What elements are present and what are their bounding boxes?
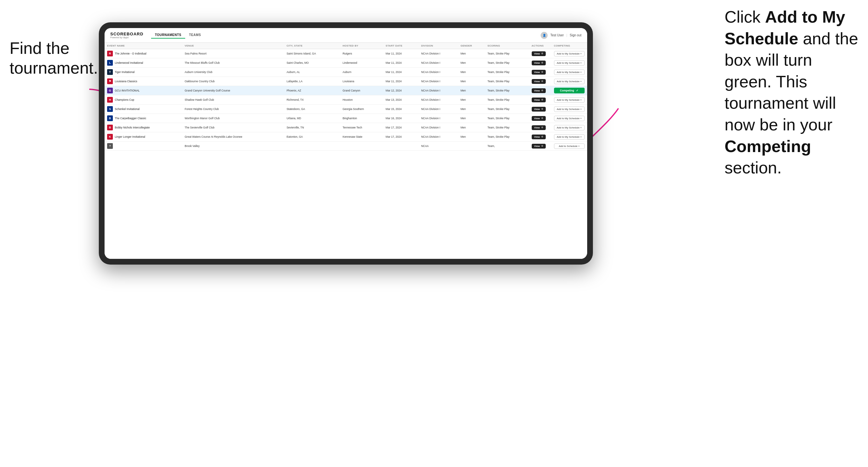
hosted-by-cell: Louisiana: [340, 77, 383, 86]
add-to-schedule-button[interactable]: Add to My Schedule +: [554, 106, 585, 112]
tournaments-table: EVENT NAME VENUE CITY, STATE HOSTED BY S…: [104, 43, 587, 151]
scoring-cell: Team, Stroke Play: [485, 132, 529, 142]
hosted-by-cell: Georgia Southern: [340, 104, 383, 114]
hosted-by-cell: Grand Canyon: [340, 86, 383, 95]
team-logo: ?: [107, 143, 113, 149]
competing-cell: Add to My Schedule +: [552, 123, 588, 132]
venue-cell: Great Waters Course At Reynolds Lake Oco…: [182, 132, 284, 142]
team-logo: L: [107, 60, 113, 66]
tab-tournaments[interactable]: TOURNAMENTS: [151, 32, 185, 38]
table-row: RThe Johnnie - O IndividualSea Palms Res…: [104, 49, 587, 58]
table-container: EVENT NAME VENUE CITY, STATE HOSTED BY S…: [104, 43, 587, 259]
city-state-cell: Auburn, AL: [284, 68, 340, 77]
event-name-cell: HChampions Cup: [104, 95, 182, 104]
city-state-cell: Statesboro, GA: [284, 104, 340, 114]
hosted-by-cell: [340, 142, 383, 151]
scoring-cell: Team, Stroke Play: [485, 68, 529, 77]
competing-cell: Add to My Schedule +: [552, 58, 588, 68]
view-button[interactable]: View ⊙: [532, 116, 546, 121]
col-gender: GENDER: [458, 43, 485, 49]
city-state-cell: Phoenix, AZ: [284, 86, 340, 95]
city-state-cell: Saint Simons Island, GA: [284, 49, 340, 58]
event-name-cell: GGCU INVITATIONAL: [104, 86, 182, 95]
annotation-right: Click Add to My Schedule and the box wil…: [724, 6, 862, 179]
venue-cell: The Sevierville Golf Club: [182, 123, 284, 132]
table-row: SSchenkel InvitationalForest Heights Cou…: [104, 104, 587, 114]
event-name-cell: SSchenkel Invitational: [104, 104, 182, 114]
view-button[interactable]: View ⊙: [532, 70, 546, 74]
event-name-text: Schenkel Invitational: [115, 107, 140, 111]
col-venue: VENUE: [182, 43, 284, 49]
col-hosted-by: HOSTED BY: [340, 43, 383, 49]
view-button[interactable]: View ⊙: [532, 107, 546, 112]
app-logo-sub: Powered by clippd: [110, 36, 144, 38]
hosted-by-cell: Kennesaw State: [340, 132, 383, 142]
add-to-schedule-button[interactable]: Add to My Schedule +: [554, 60, 585, 66]
division-cell: NCAA Division I: [418, 77, 458, 86]
view-button[interactable]: View ⊙: [532, 79, 546, 84]
add-to-schedule-button[interactable]: Add to My Schedule +: [554, 116, 585, 121]
add-to-schedule-button[interactable]: Add to Schedule +: [554, 144, 585, 149]
start-date-cell: Mar 17, 2024: [383, 132, 418, 142]
start-date-cell: Mar 11, 2024: [383, 68, 418, 77]
venue-cell: Oakbourne Country Club: [182, 77, 284, 86]
venue-cell: Sea Palms Resort: [182, 49, 284, 58]
table-row: GGCU INVITATIONALGrand Canyon University…: [104, 86, 587, 95]
team-logo: ⚑: [107, 79, 113, 84]
division-cell: NCAA Division I: [418, 49, 458, 58]
table-row: TTiger InvitationalAuburn University Clu…: [104, 68, 587, 77]
event-name-cell: RThe Johnnie - O Individual: [104, 49, 182, 58]
table-body: RThe Johnnie - O IndividualSea Palms Res…: [104, 49, 587, 151]
hosted-by-cell: Houston: [340, 95, 383, 104]
view-button[interactable]: View ⊙: [532, 88, 546, 93]
table-row: BThe Carpetbagger ClassicWorthington Man…: [104, 114, 587, 123]
competing-cell: Add to My Schedule +: [552, 114, 588, 123]
team-logo: T: [107, 69, 113, 75]
add-to-schedule-button[interactable]: Add to My Schedule +: [554, 69, 585, 75]
event-name-cell: LLindenwood Invitational: [104, 58, 182, 68]
team-logo: K: [107, 134, 113, 139]
event-name-text: Bobby Nichols Intercollegiate: [115, 126, 150, 129]
gender-cell: Men: [458, 68, 485, 77]
view-button[interactable]: View ⊙: [532, 51, 546, 56]
tab-teams[interactable]: TEAMS: [185, 32, 205, 38]
view-button[interactable]: View ⊙: [532, 134, 546, 139]
top-bar: SCOREBOARD Powered by clippd TOURNAMENTS…: [104, 28, 587, 43]
view-button[interactable]: View ⊙: [532, 97, 546, 102]
start-date-cell: Mar 11, 2024: [383, 49, 418, 58]
competing-cell: Add to My Schedule +: [552, 77, 588, 86]
view-button[interactable]: View ⊙: [532, 125, 546, 130]
logo-area: SCOREBOARD Powered by clippd: [110, 32, 144, 38]
view-button[interactable]: View ⊙: [532, 61, 546, 65]
add-to-schedule-button[interactable]: Add to My Schedule +: [554, 51, 585, 56]
event-name-cell: ?: [104, 142, 182, 151]
division-cell: NCAA: [418, 142, 458, 151]
city-state-cell: Eatonton, GA: [284, 132, 340, 142]
col-start-date: START DATE: [383, 43, 418, 49]
col-division: DIVISION: [418, 43, 458, 49]
start-date-cell: Mar 12, 2024: [383, 86, 418, 95]
sign-out-link[interactable]: Sign out: [570, 33, 582, 37]
nav-tabs: TOURNAMENTS TEAMS: [151, 32, 205, 38]
hosted-by-cell: Rutgers: [340, 49, 383, 58]
event-name-text: Linger Longer Invitational: [115, 135, 145, 138]
actions-cell: View ⊙: [529, 142, 552, 151]
scoring-cell: Team,: [485, 142, 529, 151]
actions-cell: View ⊙: [529, 86, 552, 95]
add-to-schedule-button[interactable]: Add to My Schedule +: [554, 79, 585, 84]
add-to-schedule-button[interactable]: Add to My Schedule +: [554, 134, 585, 139]
city-state-cell: Richmond, TX: [284, 95, 340, 104]
event-name-cell: BBobby Nichols Intercollegiate: [104, 123, 182, 132]
user-name: Test User: [550, 33, 564, 37]
add-to-schedule-button[interactable]: Add to My Schedule +: [554, 125, 585, 130]
top-bar-right: 👤 Test User | Sign out: [540, 32, 582, 39]
venue-cell: Grand Canyon University Golf Course: [182, 86, 284, 95]
view-button[interactable]: View ⊙: [532, 144, 546, 149]
tablet-screen: SCOREBOARD Powered by clippd TOURNAMENTS…: [104, 28, 587, 259]
add-to-schedule-button[interactable]: Add to My Schedule +: [554, 97, 585, 103]
app-logo: SCOREBOARD: [110, 32, 144, 36]
competing-button[interactable]: Competing ✓: [554, 88, 585, 93]
scoring-cell: Team, Stroke Play: [485, 104, 529, 114]
table-row: HChampions CupShadow Hawk Golf ClubRichm…: [104, 95, 587, 104]
hosted-by-cell: Tennessee Tech: [340, 123, 383, 132]
